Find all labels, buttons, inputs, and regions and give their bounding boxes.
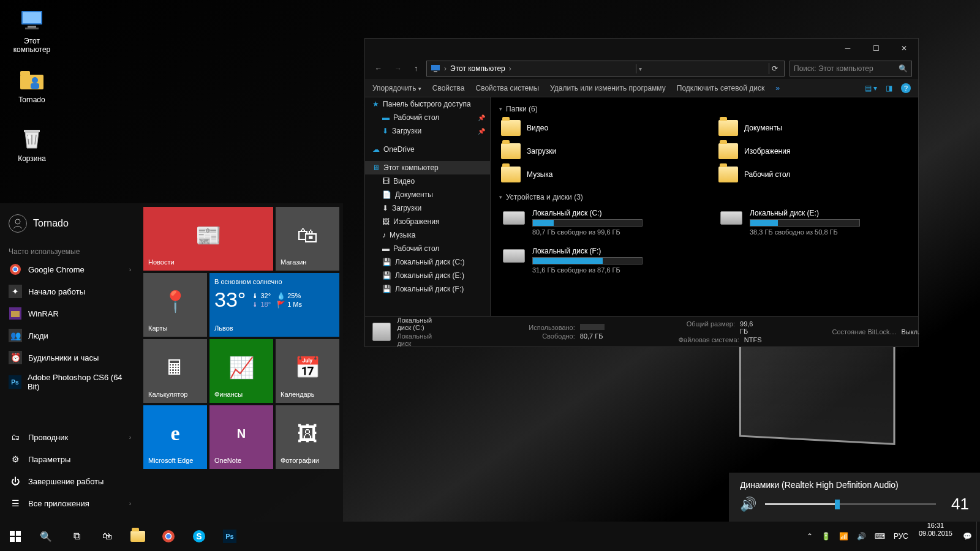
cmd-system-properties[interactable]: Свойства системы [475,84,539,92]
app-alarms[interactable]: ⏰Будильники и часы [5,347,135,369]
desktop-icon-user[interactable]: Tornado [7,66,56,104]
volume-flyout: Динамики (Realtek High Definition Audio)… [729,473,980,522]
start-allapps[interactable]: ☰Все приложения› [5,492,135,514]
tile-photos[interactable]: 🖼Фотографии [276,405,339,469]
taskbar-store[interactable]: 🛍 [92,522,123,551]
cmd-overflow[interactable]: » [775,84,780,92]
tile-weather[interactable]: В основном солнечно 33° 🌡 32°🌡 18° 💧 25%… [209,273,339,337]
pc-icon [431,64,440,73]
app-getstarted[interactable]: ✦Начало работы [5,280,135,302]
group-drives-header[interactable]: Устройства и диски (3) [499,193,910,201]
svg-rect-21 [16,537,21,542]
tile-onenote[interactable]: NOneNote [209,405,273,469]
nav-desktop2[interactable]: ▬Рабочий стол [365,242,490,255]
taskbar-photoshop[interactable]: Ps [214,522,245,551]
nav-pictures[interactable]: 🖼Изображения [365,215,490,228]
tray-volume-icon[interactable]: 🔊 [853,522,870,551]
tile-calc[interactable]: 🖩Калькулятор [143,339,207,403]
tray-battery-icon[interactable]: 🔋 [817,522,835,551]
volume-slider[interactable] [765,503,936,505]
folder-icon [501,167,521,182]
tray-wifi-icon[interactable]: 📶 [835,522,853,551]
desktop-icon-recycle[interactable]: Корзина [7,125,56,163]
tray-keyboard-icon[interactable]: ⌨ [870,522,889,551]
svg-rect-17 [11,311,20,317]
svg-point-12 [15,219,20,224]
desktop-icon-this-pc[interactable]: Этот компьютер [7,7,56,54]
cmd-uninstall[interactable]: Удалить или изменить программу [550,84,666,92]
app-winrar[interactable]: WinRAR [5,302,135,324]
breadcrumb-item[interactable]: Этот компьютер [450,64,505,73]
start-explorer[interactable]: 🗂Проводник› [5,426,135,448]
tray-language[interactable]: РУС [889,522,913,551]
breadcrumb-bar[interactable]: › Этот компьютер › ▾ ⟳ [426,61,785,77]
tray-action-center[interactable]: 💬 [959,522,976,551]
refresh-button[interactable]: ⟳ [769,63,780,74]
app-chrome[interactable]: Google Chrome› [5,258,135,280]
nav-drive-f[interactable]: 💾Локальный диск (F:) [365,282,490,296]
speaker-icon[interactable]: 🔊 [740,497,756,512]
desktop-icon-label: Tornado [18,96,45,104]
nav-documents[interactable]: 📄Документы [365,188,490,201]
nav-drive-e[interactable]: 💾Локальный диск (E:) [365,269,490,282]
details-bitlocker-val: Выкл. [902,328,920,335]
show-desktop-button[interactable] [976,522,980,551]
folder-music[interactable]: Музыка [499,165,692,184]
taskbar-search[interactable]: 🔍 [31,522,61,551]
nav-quick-access[interactable]: ★Панель быстрого доступа [365,97,490,111]
back-button[interactable]: ← [371,62,386,75]
view-options-icon[interactable]: ▤ ▾ [865,84,877,92]
up-button[interactable]: ↑ [410,62,421,75]
taskbar-skype[interactable]: S [184,522,214,551]
nav-music[interactable]: ♪Музыка [365,228,490,242]
weather-temp: 33° [214,288,246,312]
nav-onedrive[interactable]: ☁OneDrive [365,143,490,156]
tile-calendar[interactable]: 📅Календарь [276,339,339,403]
nav-desktop[interactable]: ▬Рабочий стол📌 [365,111,490,124]
nav-downloads2[interactable]: ⬇Загрузки [365,201,490,215]
tray-clock[interactable]: 16:3109.08.2015 [913,522,959,551]
app-people[interactable]: 👥Люди [5,324,135,347]
cmd-organize[interactable]: Упорядочить ▾ [372,84,421,92]
folder-desktop[interactable]: Рабочий стол [717,165,910,184]
command-bar: Упорядочить ▾ Свойства Свойства системы … [365,79,918,97]
folder-documents[interactable]: Документы [717,118,910,138]
drive-f[interactable]: Локальный диск (F:)31,6 ГБ свободно из 8… [499,244,692,276]
preview-pane-icon[interactable]: ◨ [886,84,892,92]
drive-c[interactable]: Локальный диск (C:)80,7 ГБ свободно из 9… [499,206,692,238]
start-user[interactable]: Tornado [5,211,135,236]
cmd-map-drive[interactable]: Подключить сетевой диск [677,84,764,92]
folder-video[interactable]: Видео [499,118,692,138]
minimize-button[interactable]: ─ [834,39,862,58]
drive-e[interactable]: Локальный диск (E:)38,3 ГБ свободно из 5… [717,206,910,238]
close-button[interactable]: ✕ [890,39,918,58]
nav-drive-c[interactable]: 💾Локальный диск (C:) [365,255,490,269]
people-icon: 👥 [9,329,22,342]
help-icon[interactable]: ? [901,83,911,93]
group-folders-header[interactable]: Папки (6) [499,105,910,113]
tile-news[interactable]: 📰Новости [143,207,273,271]
folder-downloads[interactable]: Загрузки [499,141,692,161]
nav-downloads[interactable]: ⬇Загрузки📌 [365,124,490,138]
folder-pictures[interactable]: Изображения [717,141,910,161]
app-photoshop[interactable]: PsAdobe Photoshop CS6 (64 Bit) [5,369,135,395]
folder-icon [501,143,521,159]
taskbar-explorer[interactable] [123,522,153,551]
tile-finance[interactable]: 📈Финансы [209,339,273,403]
search-input[interactable]: Поиск: Этот компьютер 🔍 [790,61,912,77]
cmd-properties[interactable]: Свойства [432,84,465,92]
forward-button[interactable]: → [391,62,405,75]
tile-maps[interactable]: 📍Карты [143,273,207,337]
start-settings[interactable]: ⚙Параметры [5,448,135,470]
tile-store[interactable]: 🛍Магазин [276,207,339,271]
start-power[interactable]: ⏻Завершение работы [5,470,135,492]
task-view-button[interactable]: ⧉ [61,522,92,551]
nav-this-pc[interactable]: 🖥Этот компьютер [365,161,490,174]
nav-video[interactable]: 🎞Видео [365,174,490,188]
calendar-icon: 📅 [281,344,334,391]
tile-edge[interactable]: eMicrosoft Edge [143,405,207,469]
maximize-button[interactable]: ☐ [862,39,890,58]
start-button[interactable] [0,522,31,551]
tray-overflow[interactable]: ⌃ [802,522,817,551]
taskbar-chrome[interactable] [153,522,184,551]
